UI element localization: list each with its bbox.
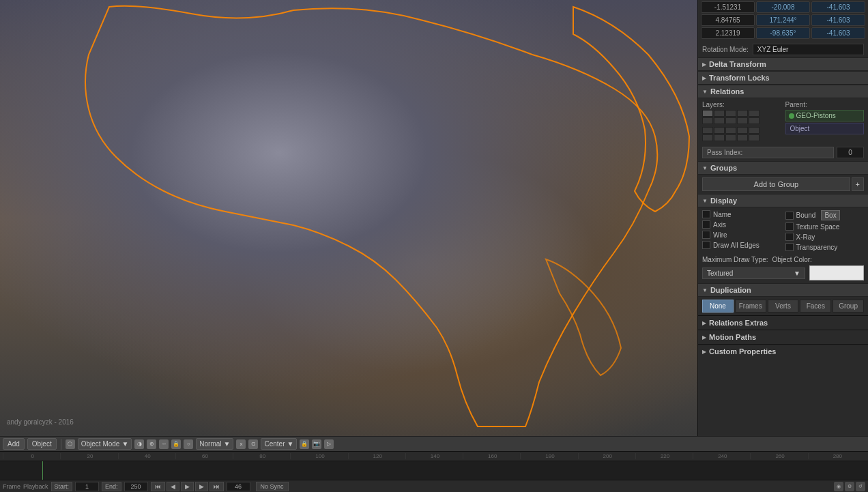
checkbox-transparency[interactable] <box>785 243 794 251</box>
global-local-icon[interactable]: G <box>248 439 258 449</box>
layer-cell-15[interactable] <box>749 127 760 134</box>
dup-none-button[interactable]: None <box>702 300 734 313</box>
num-field-z2[interactable]: -41.603 <box>811 14 865 26</box>
pass-index-button[interactable]: Pass Index: <box>702 147 834 158</box>
viewport-shading-icon[interactable]: ◑ <box>134 439 144 449</box>
prev-frame-button[interactable]: ◀ <box>167 482 179 491</box>
object-label[interactable]: Object <box>785 123 865 134</box>
jump-start-button[interactable]: ⏮ <box>151 482 165 491</box>
layer-cell-6[interactable] <box>702 117 713 124</box>
dup-frames-button[interactable]: Frames <box>735 300 766 313</box>
checkbox-draw-edges[interactable] <box>702 241 710 249</box>
num-field-x2[interactable]: 4.84765 <box>701 14 755 26</box>
relations-extras-triangle: ▶ <box>702 320 706 326</box>
object-button[interactable]: Object <box>27 438 57 450</box>
snap-icon[interactable]: 🔒 <box>171 439 181 449</box>
timeline-icon-1[interactable]: ◉ <box>834 482 843 491</box>
checkbox-wire[interactable] <box>702 231 710 239</box>
object-mode-dropdown[interactable]: Object Mode ▼ <box>78 438 132 450</box>
layer-cell-12[interactable] <box>714 127 725 134</box>
rotation-mode-value[interactable]: XYZ Euler <box>753 44 864 55</box>
normal-dropdown[interactable]: Normal ▼ <box>196 438 233 450</box>
layer-cell-18[interactable] <box>725 134 736 141</box>
sync-field[interactable]: No Sync <box>256 482 289 491</box>
pivot-icon[interactable]: ⊕ <box>147 439 156 449</box>
playback-label: Playback <box>23 483 48 490</box>
textured-dropdown[interactable]: Textured ▼ <box>702 267 805 279</box>
relations-header[interactable]: ▼ Relations <box>698 85 868 98</box>
relations-extras-header[interactable]: ▶ Relations Extras <box>698 315 868 330</box>
center-label: Center <box>264 440 285 448</box>
layer-cell-16[interactable] <box>702 134 713 141</box>
next-frame-button[interactable]: ▶ <box>195 482 208 491</box>
checkbox-transparency-label: Transparency <box>796 244 838 251</box>
layer-cell-9[interactable] <box>737 117 748 124</box>
layer-cell-4[interactable] <box>737 110 748 117</box>
layer-cell-19[interactable] <box>737 134 748 141</box>
layer-cell-17[interactable] <box>714 134 725 141</box>
dup-group-button[interactable]: Group <box>833 300 864 313</box>
num-field-y2[interactable]: 171.244° <box>756 14 810 26</box>
checkbox-name[interactable] <box>702 210 710 218</box>
camera-icon[interactable]: 📷 <box>312 439 321 449</box>
duplication-header[interactable]: ▼ Duplication <box>698 283 868 297</box>
render-icon[interactable]: ▷ <box>324 439 334 449</box>
playhead[interactable] <box>42 461 43 480</box>
custom-properties-header[interactable]: ▶ Custom Properties <box>698 344 868 358</box>
layer-cell-5[interactable] <box>749 110 760 117</box>
layer-cell-2[interactable] <box>714 110 725 117</box>
display-header[interactable]: ▼ Display <box>698 194 868 207</box>
layer-cell-8[interactable] <box>725 117 736 124</box>
max-draw-row: Maximum Draw Type: Object Color: Texture… <box>702 256 864 280</box>
num-field-z3[interactable]: -41.603 <box>811 27 865 39</box>
timeline-tracks[interactable] <box>0 461 868 480</box>
groups-header[interactable]: ▼ Groups <box>698 161 868 175</box>
num-field-x1[interactable]: -1.51231 <box>701 1 755 13</box>
num-field-y1[interactable]: -20.008 <box>756 1 810 13</box>
add-to-group-button[interactable]: Add to Group <box>702 177 850 191</box>
parent-field[interactable]: GEO-Pistons <box>785 110 865 121</box>
timeline-icon-3[interactable]: ↺ <box>856 482 865 491</box>
layer-cell-1[interactable] <box>702 110 713 117</box>
add-group-icon-button[interactable]: + <box>852 177 864 191</box>
end-value[interactable]: 250 <box>124 482 148 491</box>
num-field-z1[interactable]: -41.603 <box>811 1 865 13</box>
lock-icon[interactable]: 🔒 <box>300 439 309 449</box>
checkbox-xray[interactable] <box>785 233 794 241</box>
center-dropdown[interactable]: Center ▼ <box>261 438 297 450</box>
play-button[interactable]: ▶ <box>181 482 194 491</box>
timeline-icon-2[interactable]: ⚙ <box>845 482 854 491</box>
pass-index-value[interactable]: 0 <box>837 147 864 158</box>
checkbox-texture-space[interactable] <box>785 222 794 231</box>
jump-end-button[interactable]: ⏭ <box>209 482 224 491</box>
object-color-swatch[interactable] <box>809 265 864 280</box>
num-field-y3[interactable]: -98.635° <box>756 27 810 39</box>
add-button[interactable]: Add <box>3 438 25 450</box>
transform-locks-header[interactable]: ▶ Transform Locks <box>698 71 868 85</box>
start-value[interactable]: 1 <box>75 482 99 491</box>
dup-verts-button[interactable]: Verts <box>768 300 799 313</box>
num-field-x3[interactable]: 2.12319 <box>701 27 755 39</box>
bound-box-badge[interactable]: Box <box>821 210 839 220</box>
layers-grid-2[interactable] <box>702 127 781 141</box>
current-frame-field[interactable]: 46 <box>227 482 250 491</box>
dup-faces-button[interactable]: Faces <box>800 300 831 313</box>
checkbox-bound[interactable] <box>785 212 794 220</box>
manipulator-icon[interactable]: ↔ <box>159 439 169 449</box>
layer-cell-11[interactable] <box>702 127 713 134</box>
delta-transform-header[interactable]: ▶ Delta Transform <box>698 57 868 71</box>
layer-cell-13[interactable] <box>725 127 736 134</box>
layer-cell-14[interactable] <box>737 127 748 134</box>
start-label: Start: <box>51 482 73 491</box>
layer-cell-3[interactable] <box>725 110 736 117</box>
motion-paths-header[interactable]: ▶ Motion Paths <box>698 330 868 344</box>
layers-grid[interactable] <box>702 110 781 124</box>
checkbox-axis[interactable] <box>702 220 710 229</box>
delta-transform-label: Delta Transform <box>709 60 766 68</box>
layer-cell-7[interactable] <box>714 117 725 124</box>
delta-transform-triangle: ▶ <box>702 61 706 68</box>
layer-cell-20[interactable] <box>749 134 760 141</box>
layer-cell-10[interactable] <box>749 117 760 124</box>
proportional-icon[interactable]: ○ <box>184 439 193 449</box>
mirror-x-icon[interactable]: x <box>236 439 246 449</box>
